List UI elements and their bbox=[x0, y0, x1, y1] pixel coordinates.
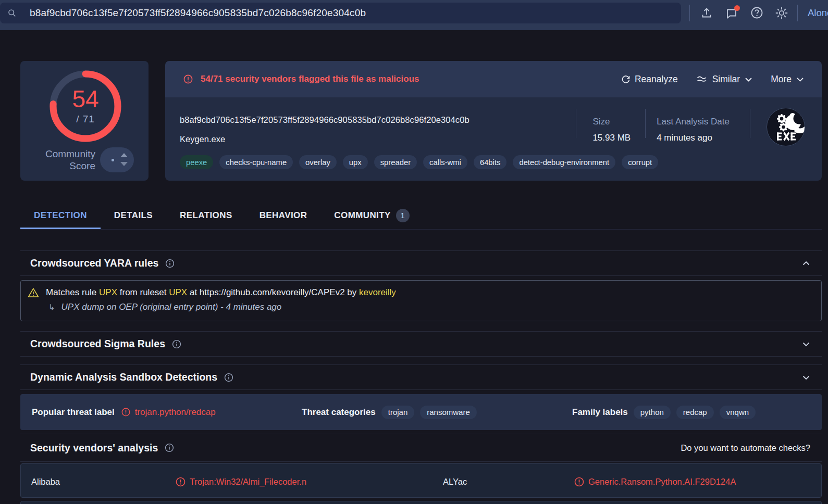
chevron-down-icon bbox=[802, 373, 810, 382]
yara-rule-link[interactable]: UPX bbox=[99, 287, 117, 297]
family-vnqwn[interactable]: vnqwn bbox=[720, 406, 756, 419]
section-crowdsourced-sigma-rules: Crowdsourced Sigma Rules bbox=[20, 331, 822, 357]
search-input[interactable]: b8af9cbd706c13f5e7f20573ff5f2894966c9058… bbox=[0, 3, 681, 23]
help-icon bbox=[750, 6, 763, 19]
section-title: Security vendors' analysis bbox=[30, 442, 158, 454]
tag-peexe[interactable]: peexe bbox=[180, 155, 213, 169]
alert-icon bbox=[574, 477, 584, 487]
tag-corrupt[interactable]: corrupt bbox=[622, 155, 658, 169]
topbar-divider bbox=[797, 5, 798, 21]
popular-threat-label-title: Popular threat label bbox=[32, 407, 115, 418]
tab-details[interactable]: DETAILS bbox=[101, 203, 166, 229]
category-ransomware[interactable]: ransomware bbox=[420, 406, 477, 419]
community-vote-widget[interactable] bbox=[100, 147, 134, 172]
tag-detect-debug-environment[interactable]: detect-debug-environment bbox=[513, 155, 615, 169]
tab-behavior[interactable]: BEHAVIOR bbox=[246, 203, 321, 229]
tag-64bits[interactable]: 64bits bbox=[474, 155, 507, 169]
similar-button[interactable]: Similar bbox=[696, 74, 753, 85]
vendor-analysis-row-next bbox=[20, 501, 822, 504]
family-labels-title: Family labels bbox=[572, 407, 628, 418]
section-dynamic-analysis-sandbox: Dynamic Analysis Sandbox Detections bbox=[20, 364, 822, 390]
upload-button[interactable] bbox=[694, 1, 719, 26]
theme-toggle-button[interactable] bbox=[769, 1, 794, 26]
search-query: b8af9cbd706c13f5e7f20573ff5f2894966c9058… bbox=[30, 7, 366, 19]
last-analysis-value: 4 minutes ago bbox=[657, 133, 730, 143]
top-bar: b8af9cbd706c13f5e7f20573ff5f2894966c9058… bbox=[0, 0, 828, 30]
size-value: 15.93 MB bbox=[592, 133, 631, 143]
tag-checks-cpu-name[interactable]: checks-cpu-name bbox=[219, 155, 293, 169]
file-summary-card: 54/71 security vendors flagged this file… bbox=[165, 61, 822, 181]
section-title: Crowdsourced YARA rules bbox=[30, 257, 158, 269]
family-python[interactable]: python bbox=[634, 406, 671, 419]
collapse-section-button[interactable] bbox=[802, 259, 810, 268]
tab-relations[interactable]: RELATIONS bbox=[166, 203, 246, 229]
category-trojan[interactable]: trojan bbox=[381, 406, 415, 419]
section-security-vendors-analysis: Security vendors' analysis Do you want t… bbox=[20, 434, 822, 462]
more-button[interactable]: More bbox=[771, 74, 805, 85]
notification-dot bbox=[734, 5, 740, 11]
detection-score-donut: 54 / 71 bbox=[49, 70, 122, 143]
tab-detection[interactable]: DETECTION bbox=[20, 203, 101, 229]
community-score-card: 54 / 71 Community Score bbox=[20, 61, 149, 181]
upload-icon bbox=[700, 7, 713, 19]
yara-ruleset-link[interactable]: UPX bbox=[169, 287, 187, 297]
section-crowdsourced-yara-rules: Crowdsourced YARA rules bbox=[20, 250, 822, 276]
chevron-down-icon bbox=[796, 75, 805, 84]
vote-down-icon bbox=[120, 162, 128, 166]
reanalyze-button[interactable]: Reanalyze bbox=[621, 74, 678, 85]
file-hash: b8af9cbd706c13f5e7f20573ff5f2894966c9058… bbox=[180, 115, 576, 125]
file-size-block: Size 15.93 MB bbox=[576, 109, 645, 146]
file-tags: peexe checks-cpu-name overlay upx spread… bbox=[180, 155, 805, 169]
chevron-down-icon bbox=[744, 75, 753, 84]
file-info-panel: b8af9cbd706c13f5e7f20573ff5f2894966c9058… bbox=[165, 97, 822, 181]
warning-icon bbox=[28, 287, 39, 298]
help-button[interactable] bbox=[744, 1, 769, 26]
expand-section-button[interactable] bbox=[802, 373, 810, 382]
vendor-name: ALYac bbox=[443, 477, 574, 487]
tag-calls-wmi[interactable]: calls-wmi bbox=[423, 155, 467, 169]
info-icon[interactable] bbox=[165, 259, 175, 268]
file-name: Keygen.exe bbox=[180, 134, 576, 144]
last-analysis-block: Last Analysis Date 4 minutes ago bbox=[646, 109, 750, 146]
info-icon[interactable] bbox=[172, 339, 181, 349]
tag-overlay[interactable]: overlay bbox=[299, 155, 337, 169]
popular-threat-label-group: Popular threat label trojan.python/redca… bbox=[32, 407, 302, 418]
automate-checks-link[interactable]: Do you want to automate checks? bbox=[681, 443, 810, 453]
last-analysis-label: Last Analysis Date bbox=[657, 117, 730, 127]
yara-author-link[interactable]: kevoreilly bbox=[359, 287, 396, 297]
info-icon[interactable] bbox=[224, 373, 233, 382]
tag-upx[interactable]: upx bbox=[343, 155, 368, 169]
topbar-divider bbox=[689, 5, 690, 21]
chevron-down-icon bbox=[802, 340, 810, 348]
light-mode-icon bbox=[775, 6, 788, 20]
section-title: Dynamic Analysis Sandbox Detections bbox=[30, 371, 217, 383]
file-type-exe-icon bbox=[767, 108, 805, 146]
section-title: Crowdsourced Sigma Rules bbox=[30, 338, 165, 350]
username-link[interactable]: Alone bbox=[808, 7, 828, 19]
alert-icon bbox=[176, 477, 186, 487]
vendor-name: Alibaba bbox=[31, 477, 176, 487]
community-count-badge: 1 bbox=[396, 209, 410, 222]
flagged-malicious-text: 54/71 security vendors flagged this file… bbox=[201, 74, 419, 84]
vote-dot-icon bbox=[112, 159, 114, 161]
sub-item-arrow-icon: ↳ bbox=[48, 301, 55, 313]
search-icon bbox=[8, 9, 16, 17]
family-redcap[interactable]: redcap bbox=[676, 406, 714, 419]
chevron-up-icon bbox=[802, 259, 810, 268]
score-value: 54 bbox=[72, 85, 98, 112]
alert-icon bbox=[121, 408, 130, 417]
threat-categories-title: Threat categories bbox=[302, 407, 376, 418]
threat-label-value: trojan.python/redcap bbox=[135, 407, 216, 418]
vote-up-icon bbox=[120, 153, 128, 157]
notifications-button[interactable] bbox=[719, 1, 744, 26]
detection-banner: 54/71 security vendors flagged this file… bbox=[165, 61, 822, 97]
tag-spreader[interactable]: spreader bbox=[374, 155, 417, 169]
tab-community[interactable]: COMMUNITY 1 bbox=[320, 203, 423, 229]
similar-icon bbox=[696, 74, 708, 84]
info-icon[interactable] bbox=[165, 443, 174, 452]
size-label: Size bbox=[592, 117, 631, 127]
expand-section-button[interactable] bbox=[802, 340, 810, 348]
vendor-detection: Generic.Ransom.Python.AI.F29D124A bbox=[574, 477, 821, 487]
popular-threat-label-band: Popular threat label trojan.python/redca… bbox=[20, 394, 822, 430]
vendor-analysis-row: Alibaba Trojan:Win32/Almi_Filecoder.n AL… bbox=[20, 463, 822, 498]
